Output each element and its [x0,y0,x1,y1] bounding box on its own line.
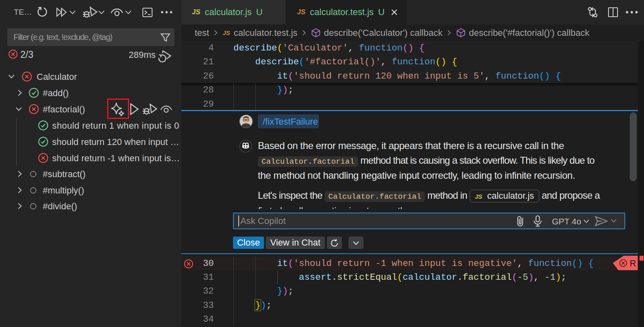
svg-text:R: R [630,259,636,268]
